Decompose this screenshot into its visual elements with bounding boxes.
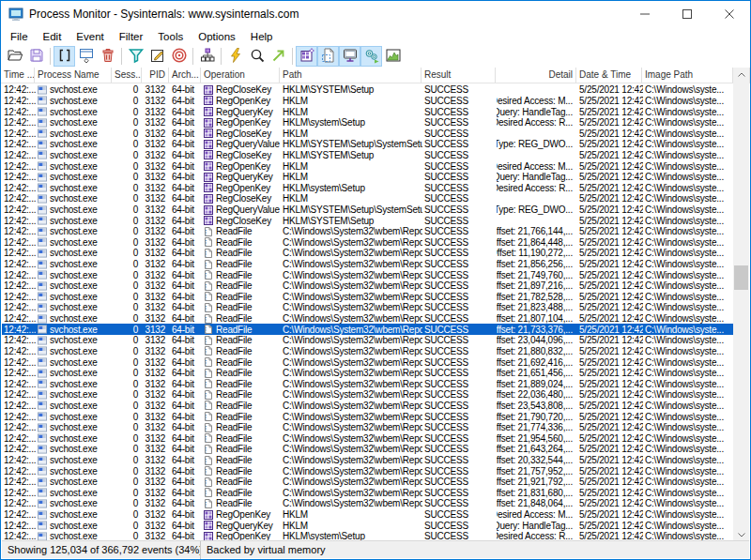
process-tree-button[interactable]: [196, 46, 218, 67]
event-row-selected[interactable]: 12:42:...svchost.exe0313264-bitReadFileC…: [2, 324, 735, 335]
maximize-button[interactable]: [666, 1, 708, 27]
cell-result: SUCCESS: [422, 455, 497, 466]
event-row[interactable]: 12:42:...svchost.exe0313264-bitReadFileC…: [2, 455, 735, 466]
cell-text: 5/25/2021 12:42:...: [579, 466, 643, 477]
menu-filter[interactable]: Filter: [112, 29, 151, 44]
column-header-time[interactable]: Time ...: [1, 68, 35, 83]
column-header-pid[interactable]: PID: [142, 68, 169, 83]
event-row[interactable]: 12:42:...svchost.exe0313264-bitRegQueryK…: [2, 106, 735, 117]
autoscroll-button[interactable]: [75, 46, 97, 67]
event-row[interactable]: 12:42:...svchost.exe0313264-bitReadFileC…: [2, 389, 735, 401]
event-row[interactable]: 12:42:...svchost.exe0313264-bitReadFileC…: [2, 378, 735, 389]
event-row[interactable]: 12:42:...svchost.exe0313264-bitReadFileC…: [2, 498, 735, 509]
event-row[interactable]: 12:42:...svchost.exe0313264-bitReadFileC…: [2, 346, 735, 357]
event-row[interactable]: 12:42:...svchost.exe0313264-bitReadFileC…: [2, 313, 735, 325]
event-row[interactable]: 12:42:...svchost.exe0313264-bitReadFileC…: [2, 477, 735, 488]
event-row[interactable]: 12:42:...svchost.exe0313264-bitReadFileC…: [2, 411, 735, 422]
cell-result: SUCCESS: [422, 313, 497, 325]
scroll-up-icon[interactable]: [733, 68, 749, 82]
event-row[interactable]: 12:42:...svchost.exe0313264-bitReadFileC…: [2, 226, 735, 237]
event-row[interactable]: 12:42:...svchost.exe0313264-bitRegOpenKe…: [2, 96, 735, 107]
close-button[interactable]: [708, 1, 750, 27]
scrollbar-thumb[interactable]: [734, 265, 748, 290]
event-row[interactable]: 12:42:...svchost.exe0313264-bitReadFileC…: [2, 433, 735, 445]
event-row[interactable]: 12:42:...svchost.exe0313264-bitReadFileC…: [2, 356, 735, 368]
cell-text: 64-bit: [172, 488, 194, 498]
event-row[interactable]: 12:42:...svchost.exe0313264-bitReadFileC…: [2, 237, 735, 249]
cell-result: SUCCESS: [422, 150, 497, 161]
minimize-button[interactable]: [623, 1, 666, 27]
event-row[interactable]: 12:42:...svchost.exe0313264-bitRegQueryV…: [2, 139, 735, 150]
event-row[interactable]: 12:42:...svchost.exe0313264-bitReadFileC…: [2, 488, 735, 499]
vertical-scrollbar[interactable]: [733, 68, 749, 542]
cell-text: 64-bit: [172, 259, 194, 269]
event-row[interactable]: 12:42:...svchost.exe0313264-bitRegCloseK…: [2, 193, 735, 204]
cell-text: 0: [133, 139, 138, 149]
event-row[interactable]: 12:42:...svchost.exe0313264-bitRegOpenKe…: [2, 509, 735, 521]
event-row[interactable]: 12:42:...svchost.exe0313264-bitReadFileC…: [2, 248, 735, 259]
event-row[interactable]: 12:42:...svchost.exe0313264-bitReadFileC…: [2, 259, 735, 270]
event-row[interactable]: 12:42:...svchost.exe0313264-bitReadFileC…: [2, 269, 735, 280]
process-icon: [38, 379, 47, 388]
cell-text: C:\Windows\syste...: [645, 357, 724, 368]
cell-arch: 64-bit: [170, 248, 202, 259]
menu-file[interactable]: File: [3, 29, 36, 44]
jump-to-button[interactable]: [268, 46, 289, 67]
cell-text: Offset: 21,733,376,...: [497, 325, 573, 335]
cell-pid: 3132: [143, 182, 170, 193]
menu-event[interactable]: Event: [69, 29, 111, 44]
find-button[interactable]: [246, 46, 268, 67]
event-row[interactable]: 12:42:...svchost.exe0313264-bitReadFileC…: [2, 444, 735, 455]
show-registry-button[interactable]: [296, 46, 317, 67]
event-row[interactable]: 12:42:...svchost.exe0313264-bitRegQueryK…: [2, 520, 735, 531]
event-row[interactable]: 12:42:...svchost.exe0313264-bitReadFileC…: [2, 280, 735, 292]
cell-image_path: C:\Windows\syste...: [643, 389, 734, 401]
include-process-button[interactable]: [168, 46, 190, 67]
cell-text: SUCCESS: [424, 270, 468, 280]
filter-button[interactable]: [125, 46, 146, 67]
column-header-path[interactable]: Path: [280, 68, 421, 83]
event-row[interactable]: 12:42:...svchost.exe0313264-bitRegCloseK…: [2, 215, 735, 226]
event-row[interactable]: 12:42:...svchost.exe0313264-bitReadFileC…: [2, 368, 735, 379]
highlight-button[interactable]: [146, 46, 168, 67]
show-process-thread-button[interactable]: [360, 46, 382, 67]
event-row[interactable]: 12:42:...svchost.exe0313264-bitRegCloseK…: [2, 128, 735, 139]
event-row[interactable]: 12:42:...svchost.exe0313264-bitRegQueryK…: [2, 172, 735, 183]
menu-options[interactable]: Options: [191, 29, 243, 44]
column-header-session[interactable]: Sess...: [112, 68, 142, 83]
cell-session: 0: [113, 520, 143, 531]
menu-edit[interactable]: Edit: [36, 29, 69, 44]
event-row[interactable]: 12:42:...svchost.exe0313264-bitRegOpenKe…: [2, 182, 735, 193]
open-button[interactable]: [4, 46, 25, 67]
cell-text: svchost.exe: [50, 455, 98, 465]
capture-events-button[interactable]: [224, 46, 246, 67]
column-header-detail[interactable]: Detail: [496, 68, 576, 83]
event-row[interactable]: 12:42:...svchost.exe0313264-bitReadFileC…: [2, 401, 735, 412]
show-profiling-button[interactable]: [382, 46, 404, 67]
save-button[interactable]: [25, 46, 47, 67]
column-header-image_path[interactable]: Image Path: [642, 68, 733, 83]
column-header-process[interactable]: Process Name: [35, 68, 112, 83]
event-row[interactable]: 12:42:...svchost.exe0313264-bitRegOpenKe…: [2, 117, 735, 129]
column-header-operation[interactable]: Operation: [201, 68, 280, 83]
column-header-datetime[interactable]: Date & Time: [576, 68, 642, 83]
event-row[interactable]: 12:42:...svchost.exe0313264-bitReadFileC…: [2, 302, 735, 313]
cell-text: Offset: 21,848,064,...: [497, 498, 573, 508]
menu-tools[interactable]: Tools: [150, 29, 191, 44]
show-filesystem-button[interactable]: [317, 46, 339, 67]
event-row[interactable]: 12:42:...svchost.exe0313264-bitRegCloseK…: [2, 150, 735, 161]
clear-button[interactable]: [97, 46, 118, 67]
column-header-arch[interactable]: Arch...: [169, 68, 201, 83]
event-row[interactable]: 12:42:...svchost.exe0313264-bitRegCloseK…: [2, 84, 735, 96]
event-row[interactable]: 12:42:...svchost.exe0313264-bitReadFileC…: [2, 422, 735, 433]
show-network-button[interactable]: [339, 46, 360, 67]
event-row[interactable]: 12:42:...svchost.exe0313264-bitReadFileC…: [2, 335, 735, 346]
capture-button[interactable]: [54, 46, 75, 67]
event-row[interactable]: 12:42:...svchost.exe0313264-bitRegOpenKe…: [2, 160, 735, 172]
column-header-result[interactable]: Result: [421, 68, 496, 83]
event-row[interactable]: 12:42:...svchost.exe0313264-bitReadFileC…: [2, 465, 735, 477]
menu-help[interactable]: Help: [243, 29, 281, 44]
event-row[interactable]: 12:42:...svchost.exe0313264-bitRegQueryV…: [2, 204, 735, 216]
event-row[interactable]: 12:42:...svchost.exe0313264-bitReadFileC…: [2, 292, 735, 303]
cell-text: Query: HandleTag...: [497, 521, 573, 531]
